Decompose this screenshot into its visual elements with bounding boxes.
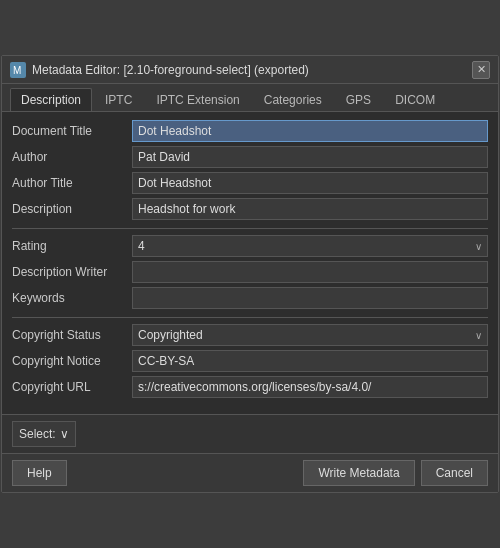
- help-button[interactable]: Help: [12, 460, 67, 486]
- description-input[interactable]: [132, 198, 488, 220]
- rating-row: Rating 4 ∨: [12, 235, 488, 257]
- document-title-row: Document Title: [12, 120, 488, 142]
- select-label: Select:: [19, 427, 56, 441]
- svg-text:M: M: [13, 65, 21, 76]
- divider-1: [12, 228, 488, 229]
- content-area: Document Title Author Author Title Descr…: [2, 112, 498, 414]
- copyright-notice-label: Copyright Notice: [12, 354, 132, 368]
- tab-iptc[interactable]: IPTC: [94, 88, 143, 111]
- copyright-notice-input[interactable]: [132, 350, 488, 372]
- description-row: Description: [12, 198, 488, 220]
- bottom-bar: Select: ∨: [2, 414, 498, 453]
- tab-categories[interactable]: Categories: [253, 88, 333, 111]
- author-input[interactable]: [132, 146, 488, 168]
- author-label: Author: [12, 150, 132, 164]
- copyright-url-label: Copyright URL: [12, 380, 132, 394]
- copyright-status-label: Copyright Status: [12, 328, 132, 342]
- rating-label: Rating: [12, 239, 132, 253]
- close-button[interactable]: ✕: [472, 61, 490, 79]
- write-metadata-button[interactable]: Write Metadata: [303, 460, 414, 486]
- description-writer-label: Description Writer: [12, 265, 132, 279]
- author-title-input[interactable]: [132, 172, 488, 194]
- author-title-row: Author Title: [12, 172, 488, 194]
- title-bar: M Metadata Editor: [2.10-foreground-sele…: [2, 56, 498, 84]
- tab-iptc-extension[interactable]: IPTC Extension: [145, 88, 250, 111]
- copyright-url-input[interactable]: [132, 376, 488, 398]
- basic-fields-section: Document Title Author Author Title Descr…: [12, 120, 488, 220]
- rating-dropdown[interactable]: 4 ∨: [132, 235, 488, 257]
- document-title-input[interactable]: [132, 120, 488, 142]
- document-title-label: Document Title: [12, 124, 132, 138]
- copyright-section: Copyright Status Copyrighted ∨ Copyright…: [12, 324, 488, 398]
- author-row: Author: [12, 146, 488, 168]
- main-window: M Metadata Editor: [2.10-foreground-sele…: [1, 55, 499, 493]
- copyright-status-value: Copyrighted: [138, 328, 203, 342]
- author-title-label: Author Title: [12, 176, 132, 190]
- title-bar-left: M Metadata Editor: [2.10-foreground-sele…: [10, 62, 309, 78]
- keywords-row: Keywords: [12, 287, 488, 309]
- rating-section: Rating 4 ∨ Description Writer Keywords: [12, 235, 488, 309]
- select-arrow: ∨: [60, 427, 69, 441]
- copyright-status-dropdown[interactable]: Copyrighted ∨: [132, 324, 488, 346]
- copyright-status-row: Copyright Status Copyrighted ∨: [12, 324, 488, 346]
- cancel-button[interactable]: Cancel: [421, 460, 488, 486]
- copyright-status-arrow: ∨: [475, 330, 482, 341]
- rating-value: 4: [138, 239, 145, 253]
- keywords-input[interactable]: [132, 287, 488, 309]
- divider-2: [12, 317, 488, 318]
- tab-bar: Description IPTC IPTC Extension Categori…: [2, 84, 498, 112]
- footer: Help Write Metadata Cancel: [2, 453, 498, 492]
- select-dropdown[interactable]: Select: ∨: [12, 421, 76, 447]
- tab-dicom[interactable]: DICOM: [384, 88, 446, 111]
- description-writer-row: Description Writer: [12, 261, 488, 283]
- app-icon: M: [10, 62, 26, 78]
- description-writer-input[interactable]: [132, 261, 488, 283]
- description-label: Description: [12, 202, 132, 216]
- window-title: Metadata Editor: [2.10-foreground-select…: [32, 63, 309, 77]
- keywords-label: Keywords: [12, 291, 132, 305]
- tab-gps[interactable]: GPS: [335, 88, 382, 111]
- copyright-notice-row: Copyright Notice: [12, 350, 488, 372]
- rating-dropdown-arrow: ∨: [475, 241, 482, 252]
- tab-description[interactable]: Description: [10, 88, 92, 111]
- copyright-url-row: Copyright URL: [12, 376, 488, 398]
